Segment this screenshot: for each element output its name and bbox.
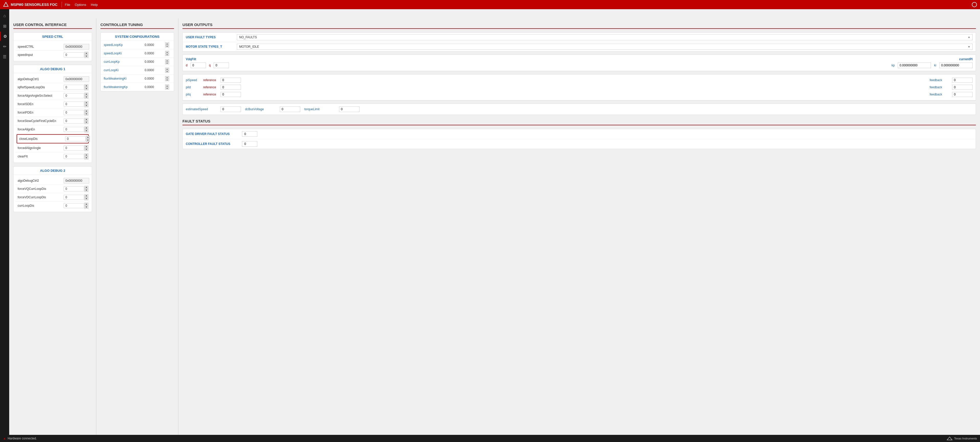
speedinput-down[interactable]: ▼ [84, 55, 88, 58]
speedloopki-label: speedLoopKi [104, 52, 145, 55]
down[interactable]: ▼ [84, 206, 88, 209]
piiq-ref-input[interactable] [221, 92, 241, 97]
sidebar-layers-icon[interactable]: ⊞ [0, 21, 9, 31]
forceslowcyclefirstcycleen-field[interactable] [64, 119, 84, 124]
fluxweakeningkp-spinners: ▲ ▼ [165, 84, 169, 90]
currloopkp-down[interactable]: ▼ [165, 62, 169, 64]
speedloopkp-up[interactable]: ▲ [165, 42, 169, 45]
piiq-ref-label: reference [203, 93, 218, 96]
algodebugctrl2-value: 0x00000000 [64, 178, 89, 184]
speedinput-field[interactable] [64, 52, 84, 57]
motor-state-dropdown[interactable]: MOTOR_IDLE ▼ [237, 44, 973, 50]
dcbusvoltage-input[interactable] [280, 106, 300, 112]
down[interactable]: ▼ [84, 189, 88, 192]
down[interactable]: ▼ [84, 197, 88, 200]
torquelimit-input[interactable] [339, 106, 360, 112]
up[interactable]: ▲ [86, 136, 90, 139]
sidebar-list-icon[interactable]: ☰ [0, 52, 9, 61]
pispeed-ref-input[interactable] [221, 78, 241, 83]
q-input[interactable] [214, 63, 229, 68]
down[interactable]: ▼ [84, 121, 88, 124]
up[interactable]: ▲ [84, 118, 88, 121]
speedloopkp-row: speedLoopKp 0.0000 ▲ ▼ [101, 41, 174, 49]
statusbar-message: Hardware connected. [8, 437, 37, 440]
sidebar-settings-icon[interactable]: ⚙ [0, 32, 9, 41]
estimatedspeed-input[interactable] [221, 106, 241, 112]
up[interactable]: ▲ [84, 203, 88, 206]
down[interactable]: ▼ [84, 87, 88, 90]
d-input[interactable] [191, 63, 206, 68]
forcedalignangle-label: forcedAlignAngle [18, 146, 64, 150]
topbar-divider [62, 2, 62, 7]
sidebar-edit-icon[interactable]: ✏ [0, 42, 9, 51]
speedinput-up[interactable]: ▲ [84, 52, 88, 55]
controller-fault-input[interactable] [242, 141, 257, 147]
up[interactable]: ▲ [84, 194, 88, 197]
forceisden-field[interactable] [64, 101, 84, 107]
iqrefspeedloopdis-field[interactable] [64, 85, 84, 90]
piiq-feedback-label: feedback [930, 93, 950, 96]
speedloopki-up[interactable]: ▲ [165, 51, 169, 53]
speedloopkp-down[interactable]: ▼ [165, 45, 169, 48]
ki-input[interactable] [939, 63, 973, 68]
currloopkp-up[interactable]: ▲ [165, 59, 169, 62]
up[interactable]: ▲ [84, 84, 88, 87]
down[interactable]: ▼ [84, 112, 88, 116]
piid-ref-input[interactable] [221, 85, 241, 90]
kp-input[interactable] [898, 63, 931, 68]
sidebar-home-icon[interactable]: ⌂ [0, 11, 9, 21]
piiq-feedback-input[interactable] [952, 92, 973, 97]
clearflt-field[interactable] [64, 154, 84, 159]
right-panel-title: USER OUTPUTS [183, 22, 976, 29]
down[interactable]: ▼ [84, 157, 88, 160]
clearflt-label: clearFlt [18, 155, 64, 158]
pispeed-row: piSpeed reference feedback [186, 76, 973, 84]
speedloopkp-value: 0.0000 [145, 43, 165, 47]
forcealignanglesrcselect-field[interactable] [64, 93, 84, 98]
down[interactable]: ▼ [84, 129, 88, 132]
forcedalignangle-field[interactable] [64, 146, 84, 151]
fluxweakeningki-up[interactable]: ▲ [165, 76, 169, 79]
up[interactable]: ▲ [84, 186, 88, 189]
fluxweakeningkp-up[interactable]: ▲ [165, 84, 169, 87]
speedloopki-down[interactable]: ▼ [165, 53, 169, 56]
currloopdis-field[interactable] [64, 203, 84, 208]
user-fault-types-label: USER FAULT TYPES [186, 35, 237, 39]
piid-label: piId [186, 86, 201, 89]
pispeed-feedback-input[interactable] [952, 78, 973, 83]
menu-options[interactable]: Options [75, 3, 86, 6]
user-fault-types-dropdown[interactable]: NO_FAULTS ▼ [237, 34, 973, 40]
statusbar-icon: ▲ [3, 437, 6, 440]
forcealignanglesrcselect-label: forceAlignAngleSrcSelect [18, 94, 64, 98]
piid-feedback-input[interactable] [952, 85, 973, 90]
forcevqcurrloopdis-field[interactable] [64, 186, 84, 192]
gate-driver-fault-input[interactable] [242, 131, 257, 137]
up[interactable]: ▲ [84, 126, 88, 129]
sidebar: ⌂ ⊞ ⚙ ✏ ☰ [0, 9, 9, 442]
down[interactable]: ▼ [84, 104, 88, 107]
menu-file[interactable]: File [65, 3, 70, 6]
settings-circle-icon[interactable] [972, 2, 977, 7]
up[interactable]: ▲ [84, 93, 88, 96]
fluxweakeningki-down[interactable]: ▼ [165, 79, 169, 81]
up[interactable]: ▲ [84, 109, 88, 112]
closeloopdis-field[interactable] [65, 136, 86, 141]
down[interactable]: ▼ [86, 139, 90, 142]
vdq-labels: VdqFilt currentPI [186, 57, 973, 61]
fluxweakeningkp-down[interactable]: ▼ [165, 87, 169, 90]
currloopki-down[interactable]: ▼ [165, 70, 169, 73]
down[interactable]: ▼ [84, 96, 88, 99]
algo-debug2-header: ALGO DEBUG 2 [14, 166, 92, 175]
up[interactable]: ▲ [84, 101, 88, 104]
vdq-fields: d q kp ki [186, 63, 973, 68]
iqrefspeedloopdis-label: iqRefSpeedLoopDis [18, 86, 64, 89]
down[interactable]: ▼ [84, 148, 88, 151]
forceipden-field[interactable] [64, 110, 84, 115]
up[interactable]: ▲ [84, 145, 88, 148]
menu-help[interactable]: Help [91, 3, 98, 6]
forcevdcurrloopdis-group: ▲▼ [64, 194, 88, 200]
forcealignen-field[interactable] [64, 127, 84, 132]
currloopki-up[interactable]: ▲ [165, 68, 169, 70]
forcevdcurrloopdis-field[interactable] [64, 195, 84, 200]
up[interactable]: ▲ [84, 154, 88, 157]
